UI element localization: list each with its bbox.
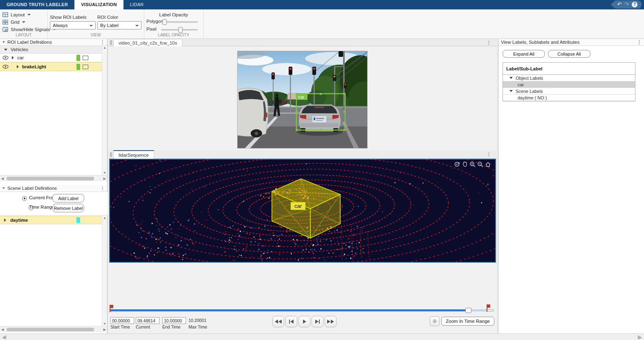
table-row-object-labels[interactable]: Object Labels	[503, 75, 635, 81]
chevron-right-icon[interactable]	[4, 218, 6, 222]
scroll-left-icon[interactable]: ◀	[1, 328, 4, 331]
zoom-in-icon[interactable]	[469, 161, 476, 167]
collapse-icon[interactable]	[2, 187, 5, 189]
collapse-icon[interactable]	[2, 41, 5, 43]
timeline-thumb[interactable]	[465, 308, 471, 313]
bbox-label: car	[298, 95, 305, 99]
scene-color-swatch[interactable]	[76, 217, 80, 223]
table-row-car[interactable]: car	[503, 81, 635, 88]
previous-frame-button[interactable]	[285, 316, 297, 327]
remove-label-button[interactable]: Remove Label	[52, 204, 84, 212]
roi-list-horizontal-scrollbar[interactable]: ◀ ▶	[0, 175, 107, 181]
roi-label-definitions-panel: ROI Label Definitions ⋮ Vehicles car bra…	[0, 39, 108, 333]
panel-menu-icon[interactable]: ⋮	[487, 41, 491, 45]
roi-row-brakelight[interactable]: brakeLight	[0, 62, 107, 71]
rotate-icon[interactable]	[454, 161, 460, 167]
redo-icon[interactable]: ↷	[624, 1, 629, 8]
end-time-input[interactable]	[162, 317, 186, 324]
visibility-eye-icon[interactable]	[2, 56, 9, 60]
chevron-right-icon[interactable]	[17, 65, 19, 68]
view-labels-panel: View Labels, Sublabels and Attributes ⋮ …	[498, 39, 644, 333]
home-view-icon[interactable]	[485, 161, 491, 167]
grid-menu-button[interactable]: Grid	[2, 19, 25, 25]
roi-color-swatch[interactable]	[76, 64, 80, 70]
start-time-input[interactable]	[110, 317, 134, 324]
collapse-right-grip-icon[interactable]	[638, 335, 642, 339]
video-frame[interactable]: car	[237, 51, 368, 149]
table-row-daytime[interactable]: daytime ( NO )	[503, 95, 635, 101]
visibility-eye-icon[interactable]	[2, 65, 9, 69]
scene-list-horizontal-scrollbar[interactable]: ◀ ▶	[0, 326, 107, 332]
table-row-scene-labels[interactable]: Scene Labels	[503, 88, 635, 95]
scrollbar-thumb[interactable]	[7, 328, 94, 331]
show-roi-labels-dropdown[interactable]: Always	[50, 21, 96, 29]
lidar-tabstrip: lidarSequence ⋮	[108, 150, 497, 159]
lidar-point-cloud-view[interactable]: car	[109, 159, 496, 263]
scroll-up-icon[interactable]: ▲	[103, 216, 106, 220]
first-frame-button[interactable]	[272, 316, 284, 327]
chevron-right-icon[interactable]	[12, 56, 14, 59]
video-tab[interactable]: video_01_city_c2s_fcw_10s	[113, 39, 182, 46]
scroll-left-icon[interactable]: ◀	[1, 177, 4, 180]
roi-group-vehicles[interactable]: Vehicles	[0, 46, 107, 54]
roi-list-vertical-scrollbar[interactable]: ▲ ▼	[102, 46, 107, 175]
roi-color-label: ROI Color	[97, 15, 118, 20]
drag-grip-icon[interactable]	[110, 152, 112, 157]
current-time-input[interactable]	[136, 317, 159, 324]
zoom-in-time-range-button[interactable]: Zoom In Time Range	[441, 317, 494, 326]
polygon-slider-thumb[interactable]	[162, 19, 167, 25]
scrollbar-thumb[interactable]	[7, 177, 94, 180]
tab-visualization[interactable]: VISUALIZATION	[74, 0, 123, 9]
tab-lidar[interactable]: LIDAR	[123, 0, 150, 9]
current-time-label: Current	[136, 324, 150, 329]
status-bar	[0, 333, 644, 340]
grid-icon	[2, 20, 8, 25]
layout-menu-button[interactable]: Layout	[2, 11, 31, 18]
last-frame-button[interactable]	[325, 316, 337, 327]
next-frame-button[interactable]	[312, 316, 323, 327]
scene-list-vertical-scrollbar[interactable]: ▲ ▼	[102, 216, 107, 326]
panel-menu-icon[interactable]: ⋮	[100, 186, 105, 190]
snap-to-zoom-button[interactable]	[430, 316, 440, 326]
panel-menu-icon[interactable]: ⋮	[637, 40, 642, 44]
label-opacity-title: Label Opacity	[144, 12, 203, 17]
add-label-button[interactable]: Add Label	[52, 194, 84, 203]
end-flag-pole[interactable]	[487, 304, 487, 312]
ribbon: Layout Grid Show/Hide Signals LAYOUT Sho…	[0, 9, 644, 39]
polygon-opacity-slider[interactable]	[161, 21, 198, 23]
play-button[interactable]	[298, 316, 310, 327]
scroll-right-icon[interactable]: ▶	[103, 177, 106, 180]
undo-icon[interactable]: ↶	[617, 1, 622, 8]
drag-grip-icon[interactable]	[110, 40, 112, 45]
scroll-up-icon[interactable]: ▲	[103, 46, 106, 50]
roi-color-dropdown[interactable]: By Label	[97, 21, 141, 29]
current-frame-radio[interactable]	[22, 196, 27, 201]
panel-menu-icon[interactable]: ⋮	[487, 152, 491, 156]
time-range-label: Time Range	[29, 205, 54, 209]
right-panel-header: View Labels, Sublabels and Attributes ⋮	[498, 39, 644, 46]
pixel-slider-thumb[interactable]	[178, 27, 183, 33]
help-icon[interactable]: ?	[632, 2, 637, 7]
pan-hand-icon[interactable]	[462, 161, 468, 167]
chevron-down-icon	[90, 25, 93, 27]
timeline-elapsed	[110, 309, 466, 311]
scroll-down-icon[interactable]: ▼	[103, 171, 106, 175]
scene-panel-header: Scene Label Definitions ⋮	[0, 185, 107, 192]
collapse-left-grip-icon[interactable]	[2, 335, 6, 339]
panel-menu-icon[interactable]: ⋮	[100, 40, 105, 44]
roi-row-car[interactable]: car	[0, 54, 107, 62]
collapse-all-button[interactable]: Collapse All	[548, 50, 590, 58]
zoom-out-icon[interactable]	[477, 161, 483, 167]
scroll-right-icon[interactable]: ▶	[103, 328, 106, 331]
tab-ground-truth-labeler[interactable]: GROUND TRUTH LABELER	[0, 0, 74, 9]
expand-all-button[interactable]: Expand All	[503, 50, 545, 58]
labels-table-header: Label/Sub-Label	[503, 63, 635, 75]
scene-row-daytime[interactable]: daytime	[0, 216, 107, 224]
quick-access-toolbar: ↶ ↷ ?	[610, 0, 642, 9]
timeline-track[interactable]	[110, 309, 494, 311]
roi-color-swatch[interactable]	[76, 55, 80, 61]
pixel-opacity-slider[interactable]	[161, 29, 198, 31]
lidar-toolbar	[454, 161, 491, 167]
scroll-down-icon[interactable]: ▼	[103, 322, 106, 326]
lidar-tab[interactable]: lidarSequence	[113, 150, 154, 159]
